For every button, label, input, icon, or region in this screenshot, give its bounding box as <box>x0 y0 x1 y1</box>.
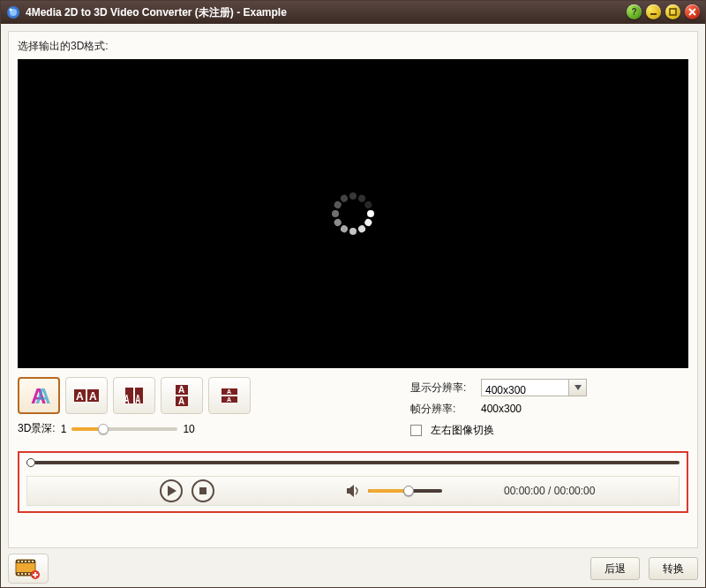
player-bar: 00:00:00 / 00:00:00 <box>18 451 688 513</box>
time-current: 00:00:00 <box>504 485 545 497</box>
stop-button[interactable] <box>192 479 214 502</box>
display-resolution-select[interactable]: 400x300 <box>481 379 569 396</box>
svg-rect-35 <box>28 573 30 575</box>
window-title: 4Media 2D to 3D Video Converter (未注册) - … <box>26 5 287 20</box>
svg-rect-34 <box>25 573 26 575</box>
footer: 后退 转换 <box>8 548 698 584</box>
svg-text:A: A <box>227 396 231 403</box>
back-button[interactable]: 后退 <box>590 557 640 580</box>
svg-text:A: A <box>135 392 140 406</box>
resolution-block: 显示分辨率: 400x300 帧分辨率: 400x300 <box>410 377 587 441</box>
format-prompt-label: 选择输出的3D格式: <box>18 39 688 54</box>
volume-icon[interactable] <box>347 485 361 497</box>
mode-top-bottom[interactable]: A A <box>161 377 203 414</box>
maximize-button[interactable] <box>665 4 680 19</box>
svg-text:A: A <box>178 396 184 406</box>
svg-rect-33 <box>21 573 23 575</box>
mode-side-by-side[interactable]: A A <box>65 377 108 414</box>
svg-rect-27 <box>18 561 19 562</box>
depth-max-label: 10 <box>183 423 194 435</box>
swap-lr-label: 左右图像切换 <box>431 419 494 441</box>
volume-slider[interactable] <box>368 485 442 497</box>
depth-min-label: 1 <box>61 423 67 435</box>
titlebar[interactable]: 4Media 2D to 3D Video Converter (未注册) - … <box>1 1 705 24</box>
svg-text:A: A <box>35 384 50 408</box>
svg-text:A: A <box>227 388 231 395</box>
frame-resolution-value: 400x300 <box>481 398 522 419</box>
svg-rect-3 <box>650 13 657 15</box>
svg-rect-23 <box>199 487 207 494</box>
svg-rect-32 <box>18 573 19 575</box>
svg-text:A: A <box>124 392 130 406</box>
display-resolution-label: 显示分辨率: <box>410 377 472 398</box>
swap-lr-checkbox[interactable] <box>410 425 422 436</box>
display-resolution-dropdown[interactable] <box>569 379 587 396</box>
player-controls: 00:00:00 / 00:00:00 <box>26 476 680 506</box>
chevron-down-icon <box>575 385 582 390</box>
loading-spinner-icon <box>330 191 376 237</box>
frame-resolution-label: 帧分辨率: <box>410 398 472 419</box>
close-button[interactable] <box>685 4 700 19</box>
play-button[interactable] <box>160 479 183 502</box>
mode-side-by-side-half[interactable]: A A <box>113 377 155 414</box>
app-window: 4Media 2D to 3D Video Converter (未注册) - … <box>0 0 706 588</box>
main-panel: 选择输出的3D格式: <box>8 31 698 548</box>
minimize-button[interactable] <box>646 4 661 19</box>
add-file-button[interactable] <box>8 554 49 584</box>
time-display: 00:00:00 / 00:00:00 <box>504 485 595 497</box>
svg-text:A: A <box>89 390 97 403</box>
svg-rect-31 <box>32 561 34 562</box>
help-button[interactable]: ? <box>627 4 642 19</box>
client-area: 选择输出的3D格式: <box>1 24 705 587</box>
convert-button[interactable]: 转换 <box>649 557 698 580</box>
depth-slider[interactable] <box>71 423 177 435</box>
display-resolution-value: 400x300 <box>485 384 526 396</box>
svg-text:A: A <box>178 385 184 395</box>
time-total: 00:00:00 <box>554 485 596 497</box>
film-add-icon <box>15 558 41 579</box>
svg-rect-30 <box>28 561 30 562</box>
mode-top-bottom-half[interactable]: A A <box>208 377 251 414</box>
play-icon <box>167 486 176 496</box>
svg-text:A: A <box>76 390 84 403</box>
depth-label: 3D景深: <box>18 421 56 436</box>
svg-rect-28 <box>21 561 23 562</box>
stop-icon <box>199 486 207 495</box>
svg-rect-4 <box>670 9 676 15</box>
mode-group: A A A A <box>18 377 282 441</box>
svg-rect-29 <box>25 561 26 562</box>
video-preview[interactable] <box>18 59 688 368</box>
app-icon <box>6 5 20 19</box>
seek-slider[interactable] <box>26 458 680 467</box>
options-row: A A A A <box>18 377 688 441</box>
svg-point-2 <box>10 9 12 11</box>
mode-anaglyph[interactable]: A A <box>18 377 60 414</box>
